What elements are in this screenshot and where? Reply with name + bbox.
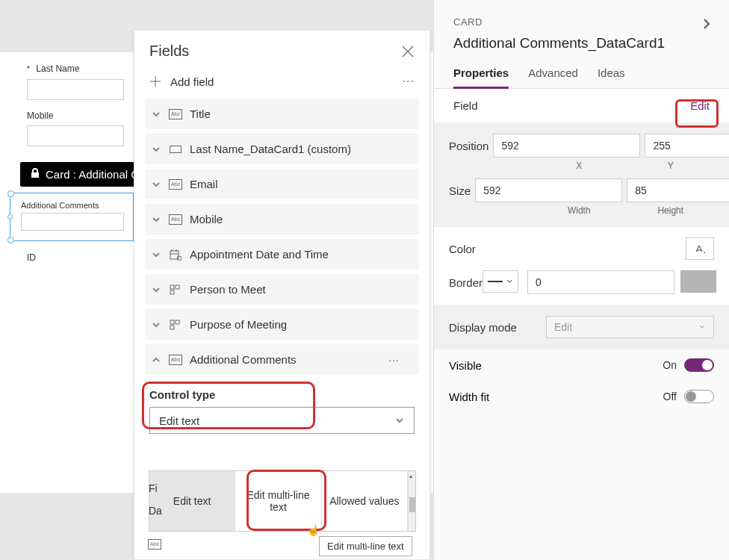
form-field-lastname: * Last Name: [27, 61, 124, 100]
abc-icon: Abc: [169, 355, 182, 365]
border-width-input[interactable]: [527, 270, 674, 294]
width-input[interactable]: [475, 178, 622, 202]
chevron-down-icon: [151, 179, 161, 190]
chevron-down-icon: [151, 214, 161, 225]
field-additional-comments[interactable]: Abc Additional Comments ···: [145, 344, 419, 375]
widthfit-label: Width fit: [449, 391, 489, 403]
datacard-additional-comments[interactable]: Additional Comments: [10, 193, 134, 241]
svg-rect-3: [176, 285, 179, 289]
control-type-dropdown: Edit text Edit multi-line text Allowed v…: [149, 470, 416, 532]
field-label: Title: [190, 108, 211, 120]
visible-toggle[interactable]: [684, 358, 714, 372]
edit-button[interactable]: Edit: [690, 99, 710, 112]
height-input[interactable]: [627, 178, 729, 202]
svg-rect-2: [170, 285, 174, 289]
border-color-swatch[interactable]: [680, 270, 716, 293]
prop-visible: Visible On: [434, 349, 729, 381]
svg-rect-7: [170, 326, 174, 329]
add-field-label: Add field: [170, 75, 214, 88]
abc-icon: Abc: [169, 214, 182, 225]
lastname-input[interactable]: [27, 79, 124, 100]
chevron-down-icon: [151, 144, 161, 155]
required-star: *: [27, 65, 30, 73]
color-label: Color: [449, 243, 531, 255]
card-label: CARD: [453, 16, 710, 28]
field-person[interactable]: Person to Meet: [145, 274, 419, 305]
properties-panel: CARD Additional Comments_DataCard1 Prope…: [433, 0, 729, 560]
partial-labels: Fi Da: [149, 482, 162, 527]
add-field-button[interactable]: Add field: [149, 75, 214, 88]
y-input[interactable]: [645, 134, 729, 158]
lock-tooltip: Card : Additional Co: [20, 162, 136, 187]
svg-point-1: [177, 256, 182, 261]
field-label: Last Name_DataCard1 (custom): [190, 143, 351, 155]
border-style-select[interactable]: [483, 270, 518, 293]
field-mobile[interactable]: Abc Mobile: [145, 204, 419, 234]
abc-icon: Abc: [148, 539, 161, 550]
field-title[interactable]: Abc Title: [145, 99, 419, 129]
grid-icon: [169, 284, 182, 295]
mobile-label: Mobile: [27, 111, 124, 121]
chevron-down-icon: [151, 249, 161, 260]
control-type-value: Edit text: [159, 414, 199, 427]
field-label: Email: [190, 178, 218, 190]
field-label: Purpose of Meeting: [190, 318, 287, 331]
more-icon[interactable]: ···: [388, 354, 400, 366]
option-allowed-values[interactable]: Allowed values: [322, 471, 408, 531]
mobile-input[interactable]: [27, 125, 124, 146]
field-email[interactable]: Abc Email: [145, 169, 419, 199]
field-appointment[interactable]: Appointment Date and Time: [145, 239, 419, 270]
scrollbar[interactable]: ▴: [408, 471, 415, 531]
border-label: Border: [449, 276, 483, 289]
tab-properties[interactable]: Properties: [453, 66, 509, 89]
field-label: Additional Comments: [190, 353, 297, 366]
lock-text: Card : Additional Co: [46, 168, 136, 181]
prop-field: Field Edit: [434, 89, 729, 123]
more-button[interactable]: ···: [403, 75, 415, 88]
svg-rect-5: [170, 320, 174, 324]
svg-rect-6: [176, 320, 179, 324]
grid-icon: [169, 320, 182, 330]
scroll-up-icon: ▴: [409, 473, 412, 479]
widthfit-toggle[interactable]: [684, 390, 714, 403]
field-label: Appointment Date and Time: [190, 248, 329, 261]
option-edit-text[interactable]: Edit text: [149, 471, 235, 531]
field-purpose[interactable]: Purpose of Meeting: [145, 309, 419, 340]
tab-advanced[interactable]: Advanced: [528, 66, 578, 88]
datacard-label: Additional Comments: [10, 193, 133, 213]
chevron-down-icon: [151, 320, 161, 330]
calendar-icon: [169, 249, 182, 260]
fields-title: Fields: [149, 43, 189, 60]
display-mode-select[interactable]: Edit: [546, 316, 714, 338]
display-mode-label: Display mode: [449, 321, 546, 334]
tooltip: Edit multi-line text: [319, 536, 412, 556]
visible-value: On: [663, 359, 677, 371]
chevron-up-icon: [151, 355, 161, 365]
chevron-down-icon: [151, 284, 161, 295]
control-type-select[interactable]: Edit text: [149, 407, 415, 434]
form-field-mobile: Mobile: [27, 111, 124, 146]
abc-icon: Abc: [169, 179, 182, 190]
rect-icon: [169, 144, 182, 155]
color-swatch[interactable]: [686, 237, 714, 260]
prop-widthfit: Width fit Off: [434, 381, 729, 412]
scroll-thumb[interactable]: [409, 497, 415, 512]
widthfit-value: Off: [663, 391, 677, 402]
cursor-icon: ☝: [307, 524, 320, 536]
chevron-right-icon[interactable]: [699, 16, 714, 31]
visible-label: Visible: [449, 359, 482, 372]
field-label: Person to Meet: [190, 283, 266, 296]
field-label: Mobile: [190, 213, 223, 225]
tab-ideas[interactable]: Ideas: [598, 66, 625, 88]
field-label: Field: [453, 99, 690, 112]
field-lastname-dc[interactable]: Last Name_DataCard1 (custom): [145, 134, 419, 164]
lock-icon: [31, 168, 40, 181]
close-button[interactable]: [401, 45, 415, 58]
abc-icon: Abc: [169, 109, 182, 119]
datacard-input[interactable]: [21, 213, 124, 231]
svg-rect-4: [170, 290, 174, 294]
id-label: ID: [27, 252, 36, 263]
option-edit-multiline[interactable]: Edit multi-line text: [235, 471, 321, 531]
x-input[interactable]: [493, 134, 640, 158]
chevron-down-icon: [394, 415, 405, 426]
